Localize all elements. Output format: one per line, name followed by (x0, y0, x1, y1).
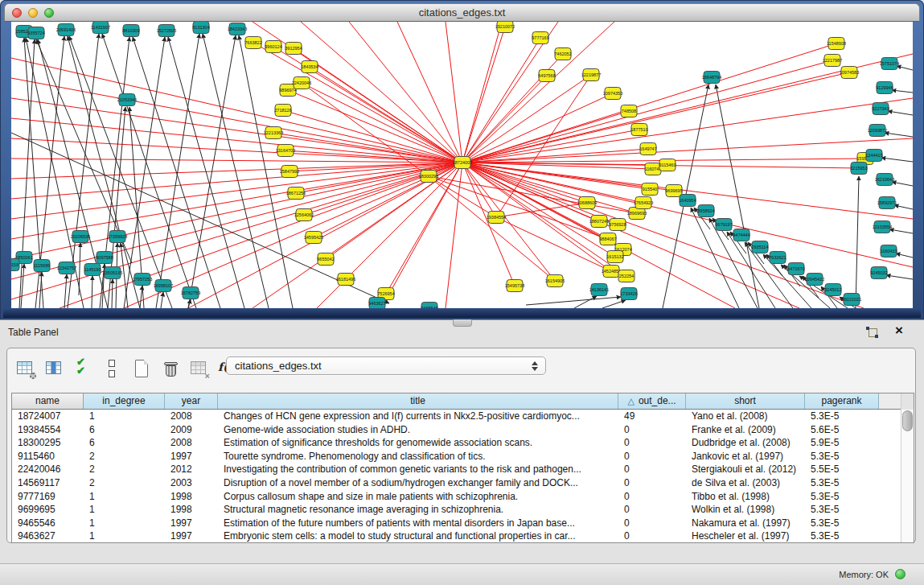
column-header-indegree[interactable]: in_degree (84, 393, 165, 409)
cell-outde[interactable]: 0 (618, 450, 686, 463)
column-header-year[interactable]: year (165, 393, 218, 409)
graph-node[interactable]: 9245012 (824, 284, 841, 296)
table-row[interactable]: 946554611997Estimation of the future num… (12, 517, 914, 530)
graph-node[interactable]: 15495738 (505, 280, 524, 292)
table-row[interactable]: 1456911722003Disruption of a novel membe… (12, 476, 914, 490)
graph-node[interactable]: 9129946 (876, 82, 893, 94)
cell-short[interactable]: Dudbridge et al. (2008) (686, 436, 805, 450)
cell-name[interactable]: 18300295 (12, 436, 84, 450)
cell-title[interactable]: Embryonic stem cells: a model to study s… (218, 529, 618, 543)
graph-node[interactable]: 6679197 (715, 219, 732, 231)
graph-node[interactable]: 22420046 (292, 77, 311, 89)
graph-node[interactable]: 1145190 (84, 264, 101, 276)
cell-title[interactable]: Changes of HCN gene expression and I(f) … (218, 410, 618, 423)
graph-node[interactable]: 18807249 (589, 216, 609, 228)
graph-node[interactable]: 9245032 (870, 267, 887, 279)
cell-year[interactable]: 1998 (165, 503, 218, 517)
graph-node[interactable]: 21053346 (117, 94, 137, 106)
graph-node[interactable]: 18671256 (286, 187, 306, 200)
cell-name[interactable]: 9463627 (12, 529, 84, 543)
cell-year[interactable]: 1997 (165, 517, 218, 530)
graph-node[interactable]: 15272505 (157, 25, 176, 37)
graph-node[interactable]: 15847992 (280, 166, 299, 178)
graph-node[interactable]: 15751074 (880, 58, 899, 70)
graph-node[interactable]: 6471670 (787, 263, 804, 275)
cell-short[interactable]: de Silva et al. (2003) (686, 476, 805, 490)
table-source-select[interactable]: citations_edges.txt (226, 356, 546, 375)
column-header-short[interactable]: short (686, 393, 805, 409)
graph-node[interactable]: 20206536 (71, 231, 90, 243)
graph-node[interactable]: 12103554 (873, 221, 892, 233)
graph-node[interactable]: 12219877 (581, 69, 601, 81)
graph-node[interactable]: 12093872 (868, 125, 887, 137)
cell-indegree[interactable]: 6 (84, 423, 165, 437)
graph-node[interactable]: 1843534 (301, 61, 318, 73)
graph-node[interactable]: 1244415 (865, 150, 882, 162)
cell-title[interactable]: Estimation of significance thresholds fo… (218, 436, 618, 450)
cell-name[interactable]: 9115460 (12, 450, 84, 463)
cell-outde[interactable]: 0 (618, 517, 686, 530)
graph-node[interactable]: 7632621 (769, 252, 786, 264)
graph-node[interactable]: 11431907 (91, 22, 110, 34)
cell-title[interactable]: Disruption of a novel member of a sodium… (218, 476, 618, 490)
graph-node[interactable]: 9465546 (421, 303, 437, 309)
graph-node[interactable]: 748508 (621, 105, 637, 117)
graph-node[interactable]: 252254 (618, 270, 634, 282)
delete-icon[interactable] (160, 358, 181, 379)
cell-year[interactable]: 1997 (165, 529, 218, 543)
graph-node[interactable]: 12213363 (264, 127, 283, 139)
cell-pagerank[interactable]: 5.3E-5 (805, 517, 879, 530)
cell-title[interactable]: Structural magnetic resonance image aver… (218, 503, 618, 517)
cell-pagerank[interactable]: 5.3E-5 (805, 490, 879, 504)
graph-node[interactable]: 1649747 (639, 143, 656, 155)
graph-node[interactable]: 11548908 (827, 38, 846, 50)
graph-node[interactable]: 9884067 (599, 233, 616, 245)
cell-outde[interactable]: 0 (618, 463, 686, 476)
table-row[interactable]: 2242004622012Investigating the contribut… (12, 463, 914, 476)
cell-indegree[interactable]: 1 (84, 529, 165, 543)
table-row[interactable]: 969969511998Structural magnetic resonanc… (12, 503, 914, 517)
column-header-title[interactable]: title (218, 393, 618, 409)
scrollbar-thumb[interactable] (902, 410, 913, 431)
cell-name[interactable]: 18724007 (12, 410, 84, 423)
cell-short[interactable]: Franke et al. (2009) (686, 423, 805, 437)
cell-indegree[interactable]: 2 (84, 450, 165, 463)
table-row[interactable]: 977716911998Corpus callosum shape and si… (12, 490, 914, 504)
table-row[interactable]: 946362711997Embryonic stem cells: a mode… (12, 529, 914, 543)
graph-node[interactable]: 13505135 (103, 267, 122, 279)
cell-indegree[interactable]: 1 (84, 503, 165, 517)
graph-node[interactable]: 16154905 (545, 275, 565, 287)
cell-short[interactable]: Nakamura et al. (1997) (686, 517, 805, 530)
graph-node[interactable]: 12564062 (294, 209, 314, 221)
graph-node[interactable]: 19384554 (487, 212, 506, 224)
graph-node[interactable]: 16210643 (875, 174, 894, 186)
graph-node[interactable]: 1877510 (630, 124, 647, 136)
cell-indegree[interactable]: 6 (84, 436, 165, 450)
cell-name[interactable]: 14569117 (12, 476, 84, 490)
table-mode-icon[interactable] (15, 358, 36, 379)
cell-pagerank[interactable]: 5.3E-5 (805, 529, 879, 543)
column-header-pagerank[interactable]: pagerank (805, 393, 879, 409)
cell-indegree[interactable]: 1 (84, 517, 165, 530)
table-row[interactable]: 911546021997Tourette syndrome. Phenomeno… (12, 450, 914, 463)
graph-node[interactable]: 1733426 (620, 288, 637, 300)
graph-node[interactable]: 12217987 (823, 55, 842, 67)
graph-node[interactable]: 9960124 (265, 41, 281, 53)
toggle-panel-icon[interactable] (102, 358, 123, 379)
cell-short[interactable]: Wolkin et al. (1998) (686, 503, 805, 517)
cell-year[interactable]: 2008 (165, 410, 218, 423)
cell-year[interactable]: 2003 (165, 476, 218, 490)
graph-node[interactable]: 3215953 (850, 163, 867, 175)
cell-name[interactable]: 19384554 (12, 423, 84, 437)
float-panel-icon[interactable] (866, 327, 879, 339)
cell-pagerank[interactable]: 5.3E-5 (805, 476, 879, 490)
graph-node[interactable]: 1640954 (679, 195, 696, 207)
graph-node[interactable]: 6497568 (538, 70, 555, 82)
graph-node[interactable]: 8131304 (192, 22, 209, 34)
cell-name[interactable]: 9699695 (12, 503, 84, 517)
graph-node[interactable]: 13164702 (276, 145, 295, 157)
graph-node[interactable]: 19210072 (495, 22, 515, 33)
graph-node[interactable]: 18300295 (419, 171, 438, 183)
cell-title[interactable]: Corpus callosum shape and size in male p… (218, 490, 618, 504)
cell-year[interactable]: 2009 (165, 423, 218, 437)
